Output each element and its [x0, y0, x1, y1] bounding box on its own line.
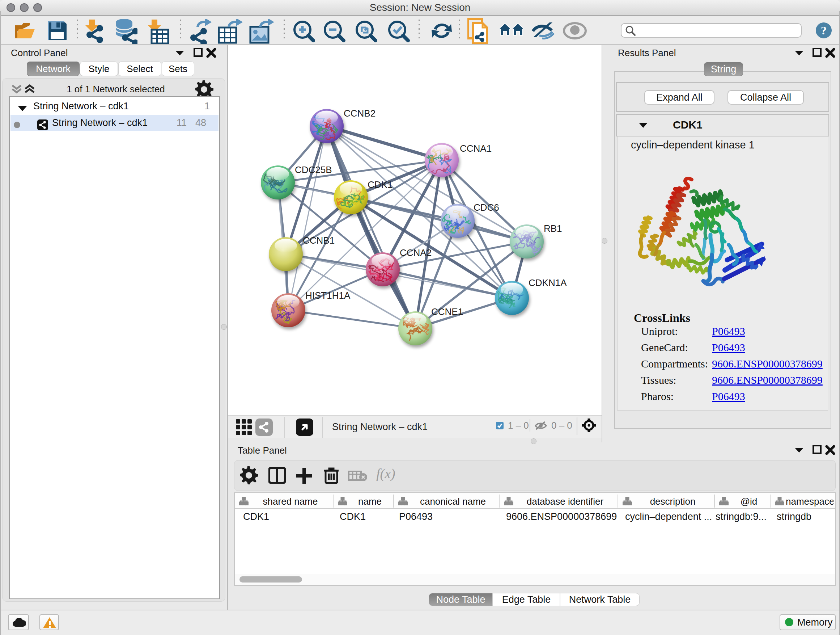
svg-text:CCNA2: CCNA2	[400, 247, 431, 258]
svg-text:CCNB1: CCNB1	[303, 235, 335, 246]
svg-text:HIST1H1A: HIST1H1A	[305, 290, 351, 301]
svg-text:CDK1: CDK1	[368, 179, 393, 190]
svg-text:CDC25B: CDC25B	[295, 165, 332, 175]
svg-text:RB1: RB1	[544, 223, 562, 234]
svg-text:CDKN1A: CDKN1A	[529, 277, 567, 288]
svg-text:?: ?	[821, 24, 827, 37]
svg-text:CCNA1: CCNA1	[460, 143, 492, 154]
svg-text:CCNE1: CCNE1	[431, 306, 463, 317]
svg-text:CDC6: CDC6	[474, 202, 499, 213]
svg-text:CCNB2: CCNB2	[344, 108, 376, 119]
